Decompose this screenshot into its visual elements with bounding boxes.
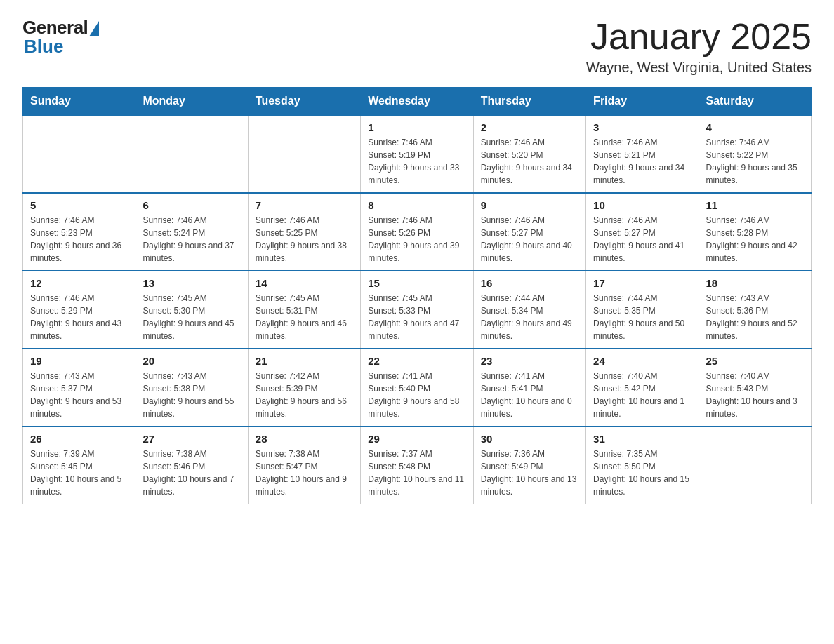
- calendar-cell: 23Sunrise: 7:41 AM Sunset: 5:41 PM Dayli…: [473, 349, 585, 427]
- page-header: General Blue January 2025 Wayne, West Vi…: [22, 17, 812, 76]
- calendar-header-monday: Monday: [135, 88, 248, 116]
- day-info: Sunrise: 7:38 AM Sunset: 5:46 PM Dayligh…: [143, 448, 240, 498]
- day-info: Sunrise: 7:43 AM Sunset: 5:36 PM Dayligh…: [706, 292, 804, 342]
- calendar-cell: 9Sunrise: 7:46 AM Sunset: 5:27 PM Daylig…: [473, 193, 585, 271]
- calendar-cell: 21Sunrise: 7:42 AM Sunset: 5:39 PM Dayli…: [248, 349, 360, 427]
- calendar-week-row-2: 5Sunrise: 7:46 AM Sunset: 5:23 PM Daylig…: [23, 193, 812, 271]
- day-number: 18: [706, 277, 804, 289]
- day-info: Sunrise: 7:43 AM Sunset: 5:38 PM Dayligh…: [143, 370, 240, 420]
- day-info: Sunrise: 7:46 AM Sunset: 5:20 PM Dayligh…: [481, 136, 578, 187]
- calendar-cell: 24Sunrise: 7:40 AM Sunset: 5:42 PM Dayli…: [586, 349, 699, 427]
- day-info: Sunrise: 7:46 AM Sunset: 5:19 PM Dayligh…: [368, 136, 465, 187]
- calendar-cell: 14Sunrise: 7:45 AM Sunset: 5:31 PM Dayli…: [248, 271, 360, 349]
- calendar-cell: [699, 427, 811, 504]
- calendar-cell: 28Sunrise: 7:38 AM Sunset: 5:47 PM Dayli…: [248, 427, 360, 504]
- calendar-week-row-3: 12Sunrise: 7:46 AM Sunset: 5:29 PM Dayli…: [23, 271, 812, 349]
- calendar-cell: 6Sunrise: 7:46 AM Sunset: 5:24 PM Daylig…: [135, 193, 248, 271]
- day-number: 8: [368, 199, 465, 211]
- day-number: 25: [706, 355, 804, 367]
- day-number: 7: [256, 199, 353, 211]
- logo-blue-text: Blue: [24, 36, 63, 58]
- calendar-header-saturday: Saturday: [699, 88, 811, 116]
- day-number: 30: [481, 433, 578, 445]
- calendar-cell: 17Sunrise: 7:44 AM Sunset: 5:35 PM Dayli…: [586, 271, 699, 349]
- day-info: Sunrise: 7:43 AM Sunset: 5:37 PM Dayligh…: [30, 370, 128, 420]
- day-number: 29: [368, 433, 465, 445]
- day-info: Sunrise: 7:45 AM Sunset: 5:33 PM Dayligh…: [368, 292, 465, 342]
- month-title: January 2025: [586, 17, 812, 57]
- calendar-cell: 22Sunrise: 7:41 AM Sunset: 5:40 PM Dayli…: [361, 349, 473, 427]
- day-number: 21: [256, 355, 353, 367]
- calendar-week-row-4: 19Sunrise: 7:43 AM Sunset: 5:37 PM Dayli…: [23, 349, 812, 427]
- day-info: Sunrise: 7:45 AM Sunset: 5:31 PM Dayligh…: [256, 292, 353, 342]
- day-number: 11: [706, 199, 804, 211]
- calendar-cell: 2Sunrise: 7:46 AM Sunset: 5:20 PM Daylig…: [473, 115, 585, 193]
- day-number: 26: [30, 433, 128, 445]
- calendar-cell: 8Sunrise: 7:46 AM Sunset: 5:26 PM Daylig…: [361, 193, 473, 271]
- calendar-cell: 15Sunrise: 7:45 AM Sunset: 5:33 PM Dayli…: [361, 271, 473, 349]
- day-number: 31: [593, 433, 691, 445]
- day-number: 12: [30, 277, 128, 289]
- calendar-header-tuesday: Tuesday: [248, 88, 360, 116]
- day-number: 3: [593, 121, 691, 133]
- day-number: 24: [593, 355, 691, 367]
- day-number: 5: [30, 199, 128, 211]
- day-number: 16: [481, 277, 578, 289]
- day-number: 2: [481, 121, 578, 133]
- day-info: Sunrise: 7:41 AM Sunset: 5:41 PM Dayligh…: [481, 370, 578, 420]
- calendar-cell: 10Sunrise: 7:46 AM Sunset: 5:27 PM Dayli…: [586, 193, 699, 271]
- day-number: 9: [481, 199, 578, 211]
- calendar-cell: [23, 115, 135, 193]
- day-info: Sunrise: 7:40 AM Sunset: 5:42 PM Dayligh…: [593, 370, 691, 420]
- day-info: Sunrise: 7:46 AM Sunset: 5:21 PM Dayligh…: [593, 136, 691, 187]
- calendar-cell: 7Sunrise: 7:46 AM Sunset: 5:25 PM Daylig…: [248, 193, 360, 271]
- calendar-cell: 13Sunrise: 7:45 AM Sunset: 5:30 PM Dayli…: [135, 271, 248, 349]
- calendar-table: SundayMondayTuesdayWednesdayThursdayFrid…: [22, 87, 812, 504]
- day-info: Sunrise: 7:46 AM Sunset: 5:27 PM Dayligh…: [593, 214, 691, 264]
- day-number: 4: [706, 121, 804, 133]
- day-number: 13: [143, 277, 240, 289]
- calendar-cell: 27Sunrise: 7:38 AM Sunset: 5:46 PM Dayli…: [135, 427, 248, 504]
- day-info: Sunrise: 7:46 AM Sunset: 5:24 PM Dayligh…: [143, 214, 240, 264]
- day-info: Sunrise: 7:37 AM Sunset: 5:48 PM Dayligh…: [368, 448, 465, 498]
- calendar-header-friday: Friday: [586, 88, 699, 116]
- day-info: Sunrise: 7:44 AM Sunset: 5:35 PM Dayligh…: [593, 292, 691, 342]
- day-info: Sunrise: 7:38 AM Sunset: 5:47 PM Dayligh…: [256, 448, 353, 498]
- calendar-cell: 25Sunrise: 7:40 AM Sunset: 5:43 PM Dayli…: [699, 349, 811, 427]
- day-info: Sunrise: 7:46 AM Sunset: 5:27 PM Dayligh…: [481, 214, 578, 264]
- day-number: 20: [143, 355, 240, 367]
- calendar-cell: 19Sunrise: 7:43 AM Sunset: 5:37 PM Dayli…: [23, 349, 135, 427]
- calendar-header-wednesday: Wednesday: [361, 88, 473, 116]
- day-number: 23: [481, 355, 578, 367]
- day-number: 19: [30, 355, 128, 367]
- day-number: 27: [143, 433, 240, 445]
- day-info: Sunrise: 7:46 AM Sunset: 5:29 PM Dayligh…: [30, 292, 128, 342]
- day-info: Sunrise: 7:41 AM Sunset: 5:40 PM Dayligh…: [368, 370, 465, 420]
- day-info: Sunrise: 7:39 AM Sunset: 5:45 PM Dayligh…: [30, 448, 128, 498]
- calendar-cell: 31Sunrise: 7:35 AM Sunset: 5:50 PM Dayli…: [586, 427, 699, 504]
- calendar-cell: 5Sunrise: 7:46 AM Sunset: 5:23 PM Daylig…: [23, 193, 135, 271]
- day-info: Sunrise: 7:46 AM Sunset: 5:26 PM Dayligh…: [368, 214, 465, 264]
- calendar-header-row: SundayMondayTuesdayWednesdayThursdayFrid…: [23, 88, 812, 116]
- logo-triangle-icon: [89, 21, 99, 36]
- calendar-cell: 26Sunrise: 7:39 AM Sunset: 5:45 PM Dayli…: [23, 427, 135, 504]
- calendar-week-row-1: 1Sunrise: 7:46 AM Sunset: 5:19 PM Daylig…: [23, 115, 812, 193]
- calendar-cell: 11Sunrise: 7:46 AM Sunset: 5:28 PM Dayli…: [699, 193, 811, 271]
- day-number: 10: [593, 199, 691, 211]
- day-info: Sunrise: 7:45 AM Sunset: 5:30 PM Dayligh…: [143, 292, 240, 342]
- calendar-cell: [248, 115, 360, 193]
- calendar-cell: 12Sunrise: 7:46 AM Sunset: 5:29 PM Dayli…: [23, 271, 135, 349]
- day-info: Sunrise: 7:44 AM Sunset: 5:34 PM Dayligh…: [481, 292, 578, 342]
- calendar-week-row-5: 26Sunrise: 7:39 AM Sunset: 5:45 PM Dayli…: [23, 427, 812, 504]
- day-number: 6: [143, 199, 240, 211]
- calendar-cell: 16Sunrise: 7:44 AM Sunset: 5:34 PM Dayli…: [473, 271, 585, 349]
- calendar-cell: 4Sunrise: 7:46 AM Sunset: 5:22 PM Daylig…: [699, 115, 811, 193]
- day-info: Sunrise: 7:36 AM Sunset: 5:49 PM Dayligh…: [481, 448, 578, 498]
- calendar-cell: 3Sunrise: 7:46 AM Sunset: 5:21 PM Daylig…: [586, 115, 699, 193]
- day-number: 28: [256, 433, 353, 445]
- day-number: 14: [256, 277, 353, 289]
- calendar-cell: 29Sunrise: 7:37 AM Sunset: 5:48 PM Dayli…: [361, 427, 473, 504]
- day-info: Sunrise: 7:46 AM Sunset: 5:22 PM Dayligh…: [706, 136, 804, 187]
- logo: General Blue: [22, 17, 99, 58]
- title-block: January 2025 Wayne, West Virginia, Unite…: [586, 17, 812, 76]
